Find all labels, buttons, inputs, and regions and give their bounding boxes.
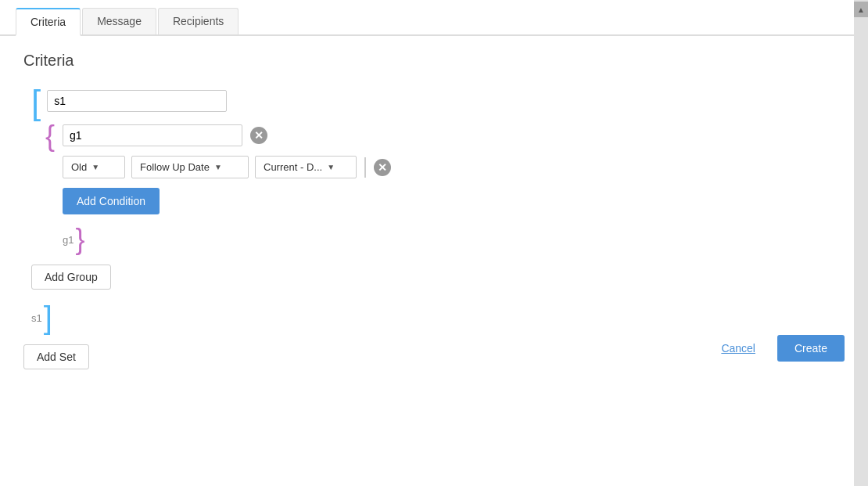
main-content: Criteria [ { ✕ Old ▼ [0, 36, 868, 385]
group-input[interactable] [63, 124, 242, 146]
group-close-button[interactable]: ✕ [250, 127, 267, 144]
value-dropdown[interactable]: Current - D... ▼ [255, 156, 357, 178]
group-block: { ✕ Old ▼ Follow Up Date ▼ [63, 124, 845, 254]
group-brace-close-icon: } [75, 225, 84, 254]
set-bracket-open-icon: [ [31, 85, 41, 120]
group-close-brace: g1 } [63, 225, 845, 254]
scrollbar[interactable]: ▲ [854, 0, 868, 486]
tab-bar: Criteria Message Recipients [0, 0, 868, 36]
operator-dropdown-arrow-icon: ▼ [91, 163, 99, 171]
scroll-up-button[interactable]: ▲ [854, 2, 868, 17]
condition-row: Old ▼ Follow Up Date ▼ Current - D... ▼ … [63, 156, 845, 178]
group-brace-open-icon: { [45, 122, 55, 150]
add-group-button[interactable]: Add Group [31, 265, 111, 290]
create-button[interactable]: Create [777, 335, 845, 362]
field-dropdown[interactable]: Follow Up Date ▼ [131, 156, 249, 178]
field-dropdown-arrow-icon: ▼ [214, 163, 222, 171]
set-input[interactable] [47, 90, 227, 112]
tab-message[interactable]: Message [82, 8, 156, 34]
set-block: [ { ✕ Old ▼ Follow Up Dat [31, 85, 845, 333]
condition-close-button[interactable]: ✕ [374, 159, 391, 176]
bottom-actions: Cancel Create [712, 335, 845, 362]
add-condition-button[interactable]: Add Condition [63, 188, 160, 214]
divider [364, 157, 366, 178]
set-bracket-close-icon: ] [44, 302, 52, 333]
value-dropdown-arrow-icon: ▼ [327, 163, 335, 171]
tab-recipients[interactable]: Recipients [158, 8, 239, 34]
cancel-button[interactable]: Cancel [712, 336, 765, 361]
add-set-button[interactable]: Add Set [23, 344, 89, 369]
page-title: Criteria [23, 52, 845, 70]
set-close-bracket: s1 ] [31, 302, 845, 333]
group-header: ✕ [63, 124, 845, 146]
operator-dropdown[interactable]: Old ▼ [63, 156, 125, 178]
tab-criteria[interactable]: Criteria [16, 8, 81, 36]
